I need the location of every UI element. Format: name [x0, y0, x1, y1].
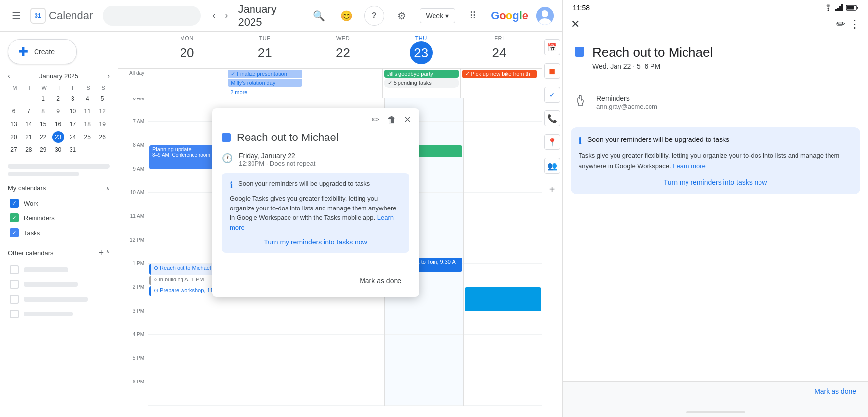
popup-edit-button[interactable]: ✏: [370, 112, 381, 127]
nav-prev-button[interactable]: ‹: [209, 8, 219, 23]
other-calendars-header[interactable]: Other calendars + ∧: [8, 248, 110, 258]
mobile-event-header: Reach out to Michael Wed, Jan 22 · 5–6 P…: [563, 35, 868, 78]
upgrade-body: Google Tasks gives you greater flexibili…: [230, 194, 401, 232]
mini-cal-month: January 2025: [39, 72, 78, 80]
apps-grid-icon[interactable]: ⠿: [463, 6, 483, 26]
mobile-turn-reminders-button[interactable]: Turn my reminders into tasks now: [579, 178, 852, 186]
nav-next-button[interactable]: ›: [221, 8, 232, 23]
other-calendars-chevron: ∧: [106, 248, 110, 258]
day-header-thu: THU 23: [382, 32, 460, 68]
mobile-reminder-email: ann.gray@acme.com: [596, 103, 657, 110]
calendar-header: ☰ 31 Calendar ‹ › January 2025 🔍 😊 ? ⚙ W…: [0, 0, 562, 32]
mobile-info-icon: ℹ: [579, 135, 582, 147]
sidebar: ✚ Create ‹ January 2025 › M T W T F S S: [0, 32, 118, 417]
side-icon-add[interactable]: +: [544, 181, 560, 197]
all-day-tue: ✓ Finalize presentation Milly's rotation…: [226, 69, 304, 98]
jills-goodbye-event[interactable]: Jill's goodbye party: [384, 70, 459, 78]
my-calendars-header[interactable]: My calendars ∧: [8, 184, 110, 192]
create-button[interactable]: ✚ Create: [8, 39, 77, 64]
all-day-fri: ✓ Pick up new bike from th: [460, 69, 538, 98]
tasks-checkbox[interactable]: ✓: [10, 228, 19, 237]
other-cal-checkbox-3[interactable]: [10, 295, 19, 304]
upgrade-banner-header: ℹ Soon your reminders will be upgraded t…: [230, 180, 401, 191]
popup-date: Friday, January 22: [239, 152, 315, 160]
add-other-calendar-button[interactable]: +: [98, 248, 104, 258]
side-icon-orange[interactable]: ◼: [544, 63, 560, 79]
popup-delete-button[interactable]: 🗑: [385, 113, 398, 127]
search-icon-button[interactable]: 🔍: [309, 6, 329, 26]
mobile-color-indicator: [575, 47, 584, 57]
user-avatar[interactable]: [536, 7, 554, 25]
mini-cal-next[interactable]: ›: [108, 72, 110, 80]
mobile-edit-button[interactable]: ✏: [836, 18, 845, 31]
mobile-footer: Mark as done: [563, 381, 868, 407]
mobile-app-header: ✕ ✏ ⋮: [563, 14, 868, 35]
popup-footer: Mark as done: [212, 269, 419, 297]
time-column: 6 AM 7 AM 8 AM 9 AM 10 AM 11 AM 12 PM 1 …: [118, 98, 148, 406]
svg-rect-5: [837, 8, 839, 11]
logo-text: Calendar: [49, 9, 93, 22]
work-checkbox[interactable]: ✓: [10, 199, 19, 208]
other-cal-checkbox-4[interactable]: [10, 310, 19, 318]
all-day-wed: [304, 69, 382, 98]
other-calendars-section: Other calendars + ∧: [8, 248, 110, 321]
other-cal-checkbox-2[interactable]: [10, 280, 19, 289]
more-events-link[interactable]: 2 more: [227, 88, 250, 96]
all-day-thu: Jill's goodbye party ✓ 5 pending tasks: [382, 69, 460, 98]
pending-tasks-chip[interactable]: ✓ 5 pending tasks: [384, 78, 459, 88]
side-icon-calendar[interactable]: 📅: [544, 39, 560, 55]
other-cal-checkbox-1[interactable]: [10, 265, 19, 274]
week-view-dropdown[interactable]: Week ▾: [420, 8, 456, 23]
pick-up-bike-event[interactable]: ✓ Pick up new bike from th: [462, 70, 537, 78]
mobile-reminder-row: Reminders ann.gray@acme.com: [563, 86, 868, 119]
google-logo: Google: [491, 9, 528, 22]
side-icon-phone[interactable]: 📞: [544, 110, 560, 126]
day-header-mon: MON 20: [148, 32, 226, 68]
other-cal-item-4[interactable]: [8, 307, 110, 321]
calendar-panel: ☰ 31 Calendar ‹ › January 2025 🔍 😊 ? ⚙ W…: [0, 0, 562, 417]
finalize-presentation-event[interactable]: ✓ Finalize presentation: [228, 70, 302, 78]
logo-square: 31: [30, 8, 46, 24]
mobile-content: Reach out to Michael Wed, Jan 22 · 5–6 P…: [563, 35, 868, 381]
side-icon-maps[interactable]: 📍: [544, 134, 560, 150]
nav-arrows: ‹ ›: [209, 8, 232, 23]
mobile-more-button[interactable]: ⋮: [849, 18, 860, 31]
mobile-mark-done-button[interactable]: Mark as done: [814, 387, 856, 395]
svg-rect-10: [857, 7, 858, 9]
other-cal-item-2[interactable]: [8, 277, 110, 292]
popup-content: Reach out to Michael 🕐 Friday, January 2…: [212, 131, 419, 269]
mini-cal-prev[interactable]: ‹: [8, 72, 10, 80]
popup-title-row: Reach out to Michael: [222, 131, 409, 144]
other-cal-item-1[interactable]: [8, 262, 110, 277]
popup-mark-done-button[interactable]: Mark as done: [352, 273, 409, 289]
other-cal-item-3[interactable]: [8, 292, 110, 307]
header-icons: 🔍 😊 ? ⚙ Week ▾ ⠿ Google: [309, 6, 554, 26]
mobile-learn-more-link[interactable]: Learn more: [673, 162, 705, 170]
calendar-item-tasks[interactable]: ✓ Tasks: [8, 225, 110, 240]
menu-icon[interactable]: ☰: [8, 6, 24, 26]
side-icons: 📅 ◼ ✓ 📞 📍 👥 +: [542, 32, 562, 417]
day-col-fri: [463, 98, 542, 406]
my-calendars-section: My calendars ∧ ✓ Work ✓ Reminders ✓ Task…: [8, 184, 110, 240]
millys-rotation-event[interactable]: Milly's rotation day: [228, 79, 302, 87]
reminders-checkbox[interactable]: ✓: [10, 213, 19, 222]
day-header-wed: WED 22: [304, 32, 382, 68]
mobile-close-button[interactable]: ✕: [571, 18, 579, 31]
search-bar[interactable]: [103, 6, 200, 26]
calendar-item-work[interactable]: ✓ Work: [8, 196, 110, 210]
settings-icon-button[interactable]: ⚙: [392, 6, 412, 26]
pick-up-bike-time-event[interactable]: [465, 287, 541, 311]
mini-cal-header: ‹ January 2025 ›: [8, 72, 110, 80]
status-icon-button[interactable]: 😊: [337, 6, 357, 26]
popup-turn-reminders-button[interactable]: Turn my reminders into tasks now: [230, 238, 401, 246]
side-icon-people[interactable]: 👥: [544, 158, 560, 174]
mobile-status-bar: 11:58: [563, 0, 868, 14]
popup-close-button[interactable]: ✕: [402, 112, 413, 127]
side-icon-tasks[interactable]: ✓: [544, 87, 560, 103]
calendar-item-reminders[interactable]: ✓ Reminders: [8, 210, 110, 225]
mobile-reminder-title: Reminders: [596, 94, 657, 102]
event-popup: ✏ 🗑 ✕ Reach out to Michael 🕐 Friday, Jan…: [212, 108, 419, 297]
clock-icon: 🕐: [222, 153, 233, 164]
help-icon-button[interactable]: ?: [364, 6, 384, 26]
svg-rect-9: [847, 6, 854, 10]
